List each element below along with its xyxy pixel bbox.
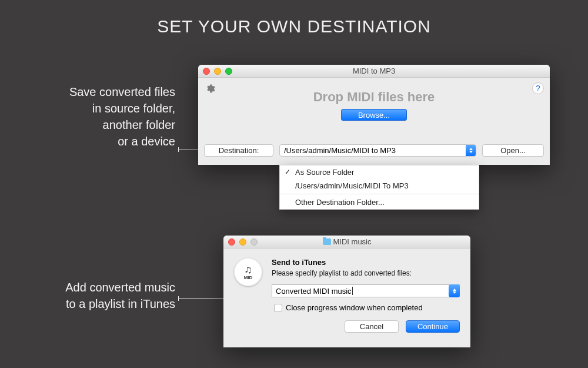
continue-button[interactable]: Continue <box>406 320 460 333</box>
close-icon[interactable] <box>228 238 235 246</box>
midi-icon: ♫ MID <box>234 258 262 286</box>
destination-select[interactable]: /Users/admin/Music/MIDI to MP3 <box>279 144 476 157</box>
close-icon[interactable] <box>203 68 210 75</box>
dialog-subtitle: Please specify playlist to add converted… <box>272 269 460 277</box>
window-title: MIDI music <box>323 237 372 246</box>
chevron-updown-icon <box>449 284 460 297</box>
zoom-icon[interactable] <box>225 68 232 75</box>
caption-destination: Save converted files in source folder, a… <box>16 84 175 150</box>
window-controls <box>203 68 232 75</box>
button-row: Cancel Continue <box>272 320 460 333</box>
dropdown-item-other[interactable]: Other Destination Folder... <box>280 195 479 209</box>
folder-icon <box>323 238 331 245</box>
destination-value: /Users/admin/Music/MIDI to MP3 <box>284 146 396 155</box>
dialog-title: Send to iTunes <box>272 258 460 267</box>
checkbox[interactable] <box>274 304 282 312</box>
open-button[interactable]: Open... <box>482 144 544 157</box>
dropdown-item-source[interactable]: ✓ As Source Folder <box>280 165 479 179</box>
chevron-updown-icon <box>466 145 476 156</box>
dropdown-item-path[interactable]: /Users/admin/Music/MIDI To MP3 <box>280 179 479 193</box>
minimize-icon[interactable] <box>214 68 221 75</box>
dropdown-separator <box>280 194 479 194</box>
playlist-value: Converted MIDI music <box>276 287 352 296</box>
page-title: SET YOUR OWN DESTINATION <box>0 16 588 37</box>
cancel-button[interactable]: Cancel <box>345 320 399 333</box>
drop-zone-text: Drop MIDI files here <box>198 89 550 105</box>
browse-button[interactable]: Browse... <box>341 109 407 121</box>
main-window: MIDI to MP3 ? Drop MIDI files here Brows… <box>198 65 550 165</box>
destination-row: Destination: /Users/admin/Music/MIDI to … <box>204 144 544 157</box>
window-controls <box>228 238 258 246</box>
connector-tick <box>178 296 179 301</box>
music-note-icon: ♫ <box>244 264 252 275</box>
connector-line <box>178 150 198 150</box>
text-cursor <box>352 287 353 295</box>
caption-itunes: Add converted music to a playlist in iTu… <box>16 279 175 312</box>
checkbox-label: Close progress window when completed <box>286 303 423 312</box>
connector-line <box>178 299 223 299</box>
connector-tick <box>178 147 179 152</box>
checkmark-icon: ✓ <box>285 168 290 176</box>
minimize-icon[interactable] <box>239 238 246 246</box>
itunes-dialog: MIDI music ♫ MID Send to iTunes Please s… <box>223 236 470 347</box>
zoom-icon <box>250 238 258 246</box>
titlebar: MIDI music <box>223 236 470 248</box>
destination-button[interactable]: Destination: <box>204 144 273 157</box>
window-title: MIDI to MP3 <box>353 67 395 75</box>
dropdown-item-label: As Source Folder <box>295 168 354 177</box>
checkbox-row[interactable]: Close progress window when completed <box>272 303 460 312</box>
playlist-combobox[interactable]: Converted MIDI music <box>272 284 460 297</box>
destination-dropdown: ✓ As Source Folder /Users/admin/Music/MI… <box>279 165 479 210</box>
titlebar: MIDI to MP3 <box>198 65 550 78</box>
dialog-body: ♫ MID Send to iTunes Please specify play… <box>223 248 470 347</box>
